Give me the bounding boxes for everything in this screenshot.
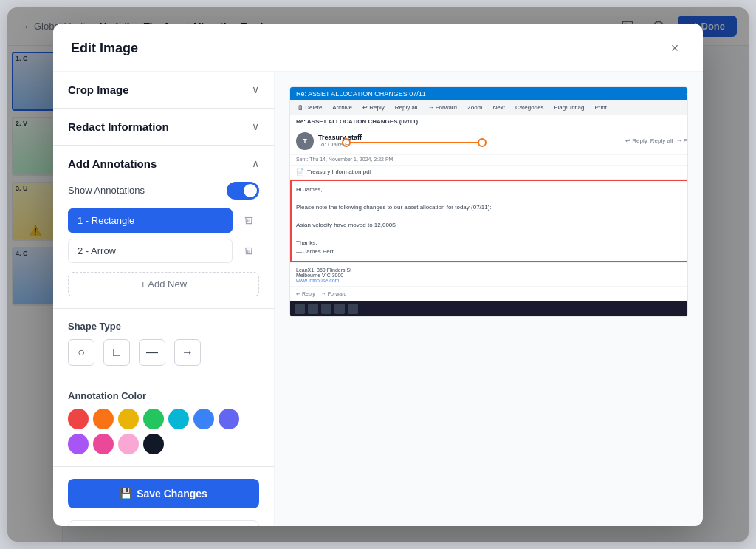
- color-blue-button[interactable]: [193, 409, 214, 429]
- redact-information-accordion: Redact Information ∨: [53, 109, 274, 146]
- main-area: 1. C 2. V 3. U ⚠️ 4. C Edit Image: [7, 46, 749, 542]
- modal-close-button[interactable]: ×: [664, 38, 685, 59]
- forward-btn[interactable]: → Forward: [676, 137, 688, 144]
- crop-image-accordion: Crop Image ∨: [53, 72, 274, 109]
- email-date: Sent: Thu 14, November 1, 2024, 2:22 PM: [296, 157, 393, 162]
- color-orange-button[interactable]: [93, 409, 114, 429]
- toolbar-delete[interactable]: 🗑 Delete: [295, 103, 325, 112]
- taskbar-app-2[interactable]: [321, 304, 331, 314]
- email-to: To: Claire F: [318, 141, 621, 148]
- show-annotations-label: Show Annotations: [68, 185, 145, 196]
- minimize-icon[interactable]: —: [686, 90, 688, 97]
- annotations-accordion-header[interactable]: Add Annotations ∧: [53, 146, 274, 182]
- modal-header: Edit Image ×: [53, 24, 703, 72]
- color-green-button[interactable]: [143, 409, 164, 429]
- reply-all-btn[interactable]: Reply all: [650, 137, 673, 144]
- annotation-color-section: Annotation Color: [53, 378, 274, 467]
- color-light-pink-button[interactable]: [118, 434, 139, 454]
- toolbar-categories[interactable]: Categories: [512, 103, 547, 112]
- image-preview: Re: ASSET ALLOCATION CHANGES 07/11 — □ ×: [289, 86, 688, 317]
- toolbar-forward[interactable]: → Forward: [425, 103, 460, 112]
- shape-type-section: Shape Type ○ □ — →: [53, 309, 274, 378]
- crop-image-accordion-header[interactable]: Crop Image ∨: [53, 72, 274, 108]
- toolbar-print[interactable]: Print: [592, 103, 610, 112]
- color-black-button[interactable]: [143, 434, 164, 454]
- shape-square-button[interactable]: □: [103, 339, 130, 366]
- email-toolbar: 🗑 Delete Archive ↩ Reply Reply all → For…: [290, 100, 688, 115]
- add-annotations-accordion: Add Annotations ∧ Show Annotations: [53, 146, 274, 309]
- email-body-line2: Asian velocity have moved to 12,000$: [296, 221, 688, 230]
- annotation-2-button[interactable]: 2 - Arrow: [68, 239, 233, 263]
- toolbar-archive[interactable]: Archive: [329, 103, 355, 112]
- color-cyan-button[interactable]: [168, 409, 189, 429]
- color-grid: [68, 409, 259, 454]
- toolbar-zoom[interactable]: Zoom: [464, 103, 485, 112]
- email-greeting: Hi James,: [296, 185, 688, 194]
- annotations-label: Add Annotations: [68, 157, 157, 170]
- email-body-line1: Please note the following changes to our…: [296, 203, 688, 212]
- color-indigo-button[interactable]: [219, 409, 239, 429]
- email-date-row: Sent: Thu 14, November 1, 2024, 2:22 PM: [290, 155, 688, 166]
- crop-image-label: Crop Image: [68, 83, 129, 96]
- taskbar-time: 9:26 AM: [687, 306, 688, 311]
- email-thanks: Thanks,: [296, 239, 688, 248]
- email-footer: ↩ Reply → Forward: [290, 286, 688, 301]
- taskbar-app-3[interactable]: [334, 304, 345, 314]
- sender-avatar: T: [296, 132, 314, 150]
- toggle-knob: [244, 184, 257, 197]
- annotation-1-delete-button[interactable]: [238, 210, 259, 231]
- color-red-button[interactable]: [68, 409, 89, 429]
- app-container: → Global Vault > Updating The Asset Allo…: [7, 7, 749, 542]
- shape-arrow-button[interactable]: →: [174, 339, 201, 366]
- color-yellow-button[interactable]: [118, 409, 139, 429]
- save-label: Save Changes: [137, 488, 207, 499]
- email-screenshot: Re: ASSET ALLOCATION CHANGES 07/11 — □ ×: [290, 87, 688, 316]
- sig-website[interactable]: www.lnthouse.com: [296, 278, 688, 283]
- save-changes-button[interactable]: 💾 Save Changes: [68, 479, 259, 508]
- shape-circle-button[interactable]: ○: [68, 339, 94, 366]
- toolbar-reply-all[interactable]: Reply all: [392, 103, 421, 112]
- email-meta: Treasury staff To: Claire F: [318, 134, 621, 148]
- annotation-1-button[interactable]: 1 - Rectangle: [68, 208, 233, 233]
- redact-accordion-header[interactable]: Redact Information ∨: [53, 109, 274, 145]
- show-annotations-toggle[interactable]: [227, 182, 259, 200]
- add-new-button[interactable]: + Add New: [68, 272, 259, 296]
- toolbar-flag[interactable]: Flag/Unflag: [551, 103, 588, 112]
- toolbar-next[interactable]: Next: [489, 103, 507, 112]
- color-pink-button[interactable]: [93, 434, 114, 454]
- email-body: Hi James, Please note the following chan…: [290, 180, 688, 262]
- shape-type-title: Shape Type: [68, 321, 259, 332]
- edit-image-modal: Edit Image × Crop Image ∨: [53, 24, 703, 526]
- annotation-2-delete-button[interactable]: [238, 240, 259, 261]
- email-forward-link[interactable]: → Forward: [321, 291, 347, 297]
- annotations-chevron-icon: ∧: [252, 157, 259, 169]
- modal-overlay: Edit Image × Crop Image ∨: [7, 7, 749, 542]
- taskbar-app-4[interactable]: [348, 304, 358, 314]
- shape-options: ○ □ — →: [68, 339, 259, 366]
- email-title-bar: Re: ASSET ALLOCATION CHANGES 07/11 — □ ×: [290, 87, 688, 100]
- sig-company: LeanX1, 360 Flinders St: [296, 267, 688, 273]
- taskbar-left: [295, 304, 358, 314]
- modal-title: Edit Image: [71, 41, 138, 56]
- taskbar-app-1[interactable]: [308, 304, 318, 314]
- close-section: Close: [53, 520, 274, 526]
- email-reply-link[interactable]: ↩ Reply: [296, 291, 315, 297]
- color-purple-button[interactable]: [68, 434, 89, 454]
- annotation-row-2: 2 - Arrow: [68, 239, 259, 263]
- toolbar-reply[interactable]: ↩ Reply: [360, 103, 388, 112]
- right-panel: Re: ASSET ALLOCATION CHANGES 07/11 — □ ×: [275, 72, 703, 526]
- close-modal-button[interactable]: Close: [68, 520, 259, 526]
- modal-body: Crop Image ∨ Redact Information ∨: [53, 72, 703, 526]
- email-actions: ↩ Reply Reply all → Forward: [625, 137, 688, 144]
- left-panel: Crop Image ∨ Redact Information ∨: [53, 72, 275, 526]
- crop-image-chevron-icon: ∨: [252, 83, 259, 95]
- taskbar: 9:26 AM: [290, 301, 688, 316]
- reply-btn[interactable]: ↩ Reply: [625, 137, 647, 144]
- start-menu-icon[interactable]: [295, 304, 305, 314]
- email-from-row: T Treasury staff To: Claire F ↩ Reply Re…: [290, 128, 688, 155]
- redact-label: Redact Information: [68, 120, 169, 133]
- attachment-name: Treasury Information.pdf: [307, 168, 371, 175]
- color-title: Annotation Color: [68, 390, 259, 401]
- email-subject: Re: ASSET ALLOCATION CHANGES (07/11): [290, 115, 688, 128]
- shape-line-button[interactable]: —: [139, 339, 165, 366]
